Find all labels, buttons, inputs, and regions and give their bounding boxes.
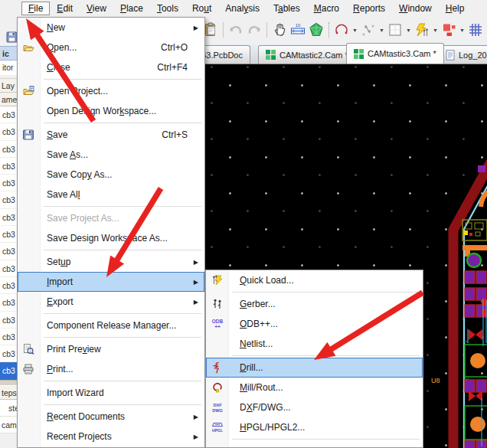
menubar-item-file[interactable]: File (21, 2, 50, 15)
menu-item-hpgl-hpgl2[interactable]: HPGLHPGL/HPGL2... (206, 417, 423, 437)
arc-dropdown-caret[interactable]: ▼ (351, 21, 359, 39)
hpgl-icon: HPGL (211, 420, 224, 434)
menubar-item-tables[interactable]: Tables (266, 2, 307, 15)
menu-item-mill-rout[interactable]: Mill/Rout... (206, 378, 423, 397)
menu-item-save-project-as: Save Project As... (18, 208, 204, 228)
rectangle-dropdown-caret[interactable]: ▼ (404, 21, 413, 39)
menu-item-open[interactable]: Open...Ctrl+O (18, 38, 204, 57)
grid-icon[interactable] (466, 21, 485, 39)
menu-item-label: Save Design Workspace As... (47, 233, 168, 244)
menu-item-shortcut: Ctrl+F4 (157, 62, 200, 73)
submenu-arrow-icon: ▶ (194, 433, 198, 440)
menu-item-label: Save (47, 129, 67, 140)
document-tab-log-201[interactable]: Log_201 (438, 45, 487, 64)
menu-item-dxf-dwg[interactable]: DXFDWGDXF/DWG... (206, 397, 423, 417)
menu-item-import-wizard[interactable]: Import Wizard (18, 383, 204, 403)
rectangle-icon[interactable] (386, 21, 404, 39)
menubar-item-macro[interactable]: Macro (307, 2, 346, 15)
polygon-icon[interactable] (307, 21, 325, 39)
menu-item-gerber[interactable]: Gerber... (206, 294, 423, 314)
menu-item-label: Save All (47, 189, 80, 200)
menu-item-label: Open Project... (47, 86, 108, 96)
tab-label: CAMtastic2.Cam * (279, 51, 348, 60)
menu-item-save[interactable]: SaveCtrl+S (18, 125, 204, 145)
import-submenu: Quick Load...Gerber...ODB++ODB++...Netli… (205, 270, 423, 448)
menu-separator (232, 437, 420, 441)
menu-item-quick-load[interactable]: Quick Load... (206, 270, 423, 290)
svg-text:ODB: ODB (212, 319, 224, 324)
menubar-item-view[interactable]: View (80, 2, 113, 15)
menu-item-setup[interactable]: Setup▶ (18, 252, 204, 272)
undo-icon[interactable] (227, 21, 245, 39)
menubar-item-analysis[interactable]: Analysis (218, 2, 266, 15)
redo-icon[interactable] (245, 21, 263, 39)
menu-item-component-release-manager[interactable]: Component Release Manager... (18, 316, 204, 335)
file-menu-dropdown: New▶Open...Ctrl+OCloseCtrl+F4Open Projec… (17, 17, 205, 448)
toolbar-separator (325, 21, 332, 38)
menu-item-label: ODB++... (240, 319, 278, 329)
menu-item-open-design-workspace[interactable]: Open Design Workspace... (18, 101, 204, 121)
menu-item-label: Print Preview (47, 344, 101, 355)
menu-item-save-as[interactable]: Save As... (18, 145, 204, 165)
submenu-arrow-icon: ▶ (194, 299, 198, 306)
measure-icon[interactable]: 10 (289, 21, 307, 39)
submenu-arrow-icon: ▶ (194, 414, 198, 420)
arc-icon[interactable] (332, 21, 351, 39)
menu-item-label: Recent Projects (47, 431, 112, 442)
document-tab-camtastic2-cam[interactable]: CAMtastic2.Cam * (258, 45, 356, 64)
document-tab-camtastic3-cam[interactable]: CAMtastic3.Cam * (346, 43, 444, 64)
menu-item-netlist[interactable]: Netlist... (206, 334, 423, 354)
query-dropdown-caret[interactable]: ▼ (431, 21, 440, 39)
menubar-item-reports[interactable]: Reports (346, 2, 392, 15)
menu-item-odb[interactable]: ODB++ODB++... (206, 314, 423, 334)
submenu-arrow-icon: ▶ (194, 259, 198, 266)
svg-text:10: 10 (296, 23, 301, 28)
menu-item-label: Quick Load... (240, 275, 294, 286)
folder-project-icon (21, 84, 35, 98)
menu-item-print[interactable]: Print... (18, 359, 204, 379)
pads-dropdown-caret[interactable]: ▼ (458, 21, 466, 39)
menu-item-drill[interactable]: Drill... (206, 358, 423, 378)
menubar-item-place[interactable]: Place (113, 2, 150, 15)
menu-item-new[interactable]: New▶ (18, 18, 204, 38)
svg-text:HPGL: HPGL (212, 428, 223, 433)
menu-item-save-all[interactable]: Save All (18, 185, 204, 204)
menu-item-open-project[interactable]: Open Project... (18, 81, 204, 101)
query-icon[interactable] (413, 21, 431, 39)
menu-item-recent-projects[interactable]: Recent Projects▶ (18, 427, 204, 446)
menu-item-export[interactable]: Export▶ (18, 292, 204, 312)
menubar-item-help[interactable]: Help (439, 2, 472, 15)
cam-doc-icon (354, 49, 364, 59)
menu-item-label: Save As... (47, 149, 88, 160)
menu-item-print-preview[interactable]: Print Preview (18, 339, 204, 359)
menu-item-shortcut: Ctrl+O (161, 42, 200, 53)
menubar-item-edit[interactable]: Edit (50, 2, 80, 15)
pan-icon[interactable] (270, 21, 289, 39)
tab-label: CAMtastic3.Cam * (368, 49, 436, 58)
menu-item-label: Save Project As... (47, 213, 119, 224)
menu-item-label: Recent Documents (47, 411, 125, 422)
pcb-components: U8 (431, 165, 487, 448)
pads-icon[interactable] (440, 21, 458, 39)
menu-item-label: Save Copy As... (47, 169, 112, 180)
save-icon[interactable] (6, 31, 18, 43)
menu-item-close[interactable]: CloseCtrl+F4 (18, 57, 204, 77)
toolbar-separator (263, 21, 270, 38)
dxf-icon: DXFDWG (211, 401, 224, 414)
menu-item-shortcut: Ctrl+S (162, 129, 200, 140)
menubar-item-rout[interactable]: Rout (185, 2, 218, 15)
menu-item-label: Netlist... (240, 338, 273, 349)
menubar-item-tools[interactable]: Tools (150, 2, 185, 15)
dimension-dropdown-caret[interactable]: ▼ (378, 21, 386, 39)
menubar-item-window[interactable]: Window (392, 2, 439, 15)
menu-item-save-design-workspace-as[interactable]: Save Design Workspace As... (18, 228, 204, 248)
menu-item-import[interactable]: Import▶ (18, 272, 204, 292)
folder-open-icon (21, 41, 35, 54)
menu-item-label: Export (47, 296, 74, 307)
dimension-icon[interactable] (359, 21, 378, 39)
menu-item-label: Close (47, 62, 70, 73)
menu-bar: FileEditViewPlaceToolsRoutAnalysisTables… (0, 0, 487, 17)
menu-item-save-copy-as[interactable]: Save Copy As... (18, 165, 204, 185)
menu-item-recent-documents[interactable]: Recent Documents▶ (18, 407, 204, 427)
submenu-arrow-icon: ▶ (194, 25, 198, 31)
